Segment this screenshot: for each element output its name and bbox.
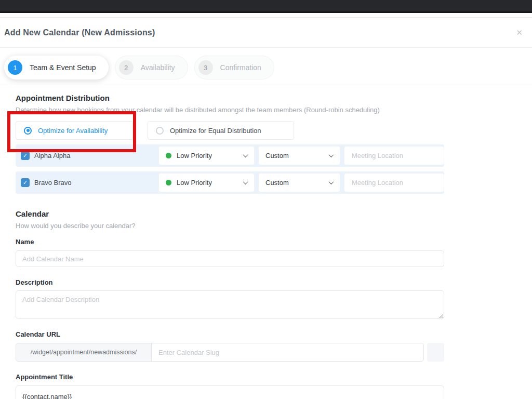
calendar-url-group: /widget/appointment/newadmissions/	[16, 343, 460, 362]
meeting-location-input[interactable]	[344, 173, 444, 192]
close-icon[interactable]: ✕	[516, 29, 523, 36]
option-label: Optimize for Equal Distribution	[170, 127, 261, 135]
chevron-down-icon	[329, 179, 334, 184]
step-label: Confirmation	[220, 63, 261, 72]
step-number-badge: 3	[198, 60, 213, 75]
modal-header: Add New Calendar (New Admissions) ✕	[0, 18, 532, 48]
priority-dot-icon	[166, 153, 171, 158]
checkbox-checked-icon[interactable]: ✓	[21, 151, 30, 160]
distribution-heading: Appointment Distribution	[16, 94, 460, 102]
priority-select[interactable]: Low Priority	[158, 146, 255, 165]
meeting-location-input[interactable]	[344, 146, 444, 165]
step-confirmation[interactable]: 3 Confirmation	[194, 56, 274, 79]
chevron-down-icon	[243, 152, 248, 157]
modal-title: Add New Calendar (New Admissions)	[4, 28, 155, 37]
meeting-type-select[interactable]: Custom	[258, 173, 340, 192]
chevron-down-icon	[243, 179, 248, 184]
meeting-type-value: Custom	[265, 179, 329, 187]
step-number-badge: 1	[8, 60, 22, 75]
radio-selected-icon[interactable]	[24, 127, 32, 135]
add-calendar-modal: Add New Calendar (New Admissions) ✕ 1 Te…	[0, 17, 532, 399]
calendar-url-prefix: /widget/appointment/newadmissions/	[16, 343, 152, 362]
step-availability[interactable]: 2 Availability	[115, 56, 188, 79]
priority-dot-icon	[166, 180, 171, 185]
calendar-url-label: Calendar URL	[16, 330, 460, 338]
member-name: Alpha Alpha	[34, 152, 70, 159]
meeting-type-value: Custom	[265, 152, 329, 159]
radio-unselected-icon[interactable]	[156, 127, 164, 135]
appointment-title-input[interactable]	[16, 385, 444, 399]
step-label: Availability	[141, 63, 175, 72]
name-label: Name	[16, 238, 460, 246]
option-optimize-equal-distribution[interactable]: Optimize for Equal Distribution	[148, 121, 294, 140]
calendar-slug-input[interactable]	[151, 343, 424, 362]
priority-select[interactable]: Low Priority	[158, 173, 255, 192]
distribution-options: Optimize for Availability Optimize for E…	[16, 121, 460, 140]
step-team-event-setup[interactable]: 1 Team & Event Setup	[4, 56, 109, 79]
wizard-steps: 1 Team & Event Setup 2 Availability 3 Co…	[0, 48, 532, 87]
calendar-heading: Calendar	[16, 209, 460, 218]
chevron-down-icon	[329, 152, 334, 157]
description-label: Description	[16, 278, 460, 286]
meeting-type-select[interactable]: Custom	[258, 146, 340, 165]
priority-value: Low Priority	[177, 152, 244, 159]
team-member-row: ✓ Alpha Alpha Low Priority Custom	[16, 144, 444, 167]
calendar-name-input[interactable]	[16, 250, 444, 267]
appointment-title-label: Appointment Title	[16, 373, 460, 381]
option-label: Optimize for Availability	[38, 127, 108, 135]
team-member-row: ✓ Bravo Bravo Low Priority Custom	[16, 171, 444, 194]
priority-value: Low Priority	[177, 179, 244, 187]
url-extra-block	[427, 343, 444, 362]
step-number-badge: 2	[119, 60, 134, 75]
modal-content: Appointment Distribution Determine how n…	[0, 87, 460, 399]
distribution-subtitle: Determine how new bookings from your cal…	[16, 106, 460, 114]
calendar-description-textarea[interactable]	[16, 290, 444, 319]
checkbox-checked-icon[interactable]: ✓	[21, 178, 30, 187]
top-app-bar	[0, 0, 532, 13]
step-label: Team & Event Setup	[30, 63, 96, 72]
calendar-subtitle: How would you describe your calendar?	[16, 222, 460, 230]
option-optimize-availability[interactable]: Optimize for Availability	[16, 121, 133, 140]
member-name: Bravo Bravo	[34, 179, 72, 187]
member-row-controls: Low Priority Custom	[158, 173, 444, 192]
member-row-controls: Low Priority Custom	[158, 146, 444, 165]
